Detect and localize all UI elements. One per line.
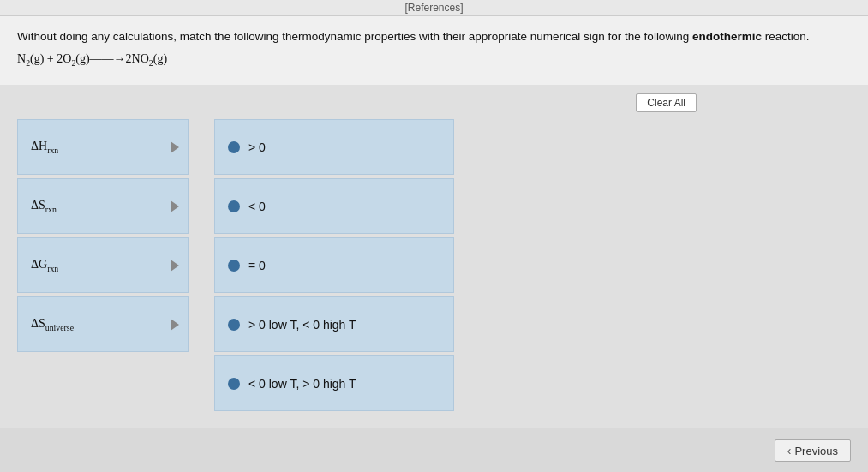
main-content: Clear All ΔHrxn ΔSrxn ΔGrxn bbox=[0, 85, 868, 428]
dot-gt0 bbox=[228, 141, 240, 153]
drag-arrow-delta-s-univ bbox=[171, 319, 179, 331]
drag-arrow-delta-s bbox=[171, 200, 179, 212]
question-area: Without doing any calculations, match th… bbox=[0, 16, 868, 85]
drop-target-gt0-label: > 0 bbox=[248, 140, 266, 154]
clear-all-row: Clear All bbox=[17, 93, 851, 112]
drag-item-delta-g[interactable]: ΔGrxn bbox=[17, 237, 189, 293]
right-column: > 0 < 0 = 0 > 0 low T, < 0 high T < 0 lo… bbox=[214, 119, 454, 411]
dot-gt0low-lt0high bbox=[228, 319, 240, 331]
top-bar: [References] bbox=[0, 0, 868, 16]
drag-item-delta-g-label: ΔGrxn bbox=[31, 258, 58, 273]
left-column: ΔHrxn ΔSrxn ΔGrxn ΔSuniverse bbox=[17, 119, 189, 352]
drop-target-eq0[interactable]: = 0 bbox=[214, 237, 454, 293]
drag-item-delta-h[interactable]: ΔHrxn bbox=[17, 119, 189, 175]
references-label: [References] bbox=[404, 2, 463, 14]
chevron-left-icon: ‹ bbox=[787, 444, 792, 457]
drop-target-lt0[interactable]: < 0 bbox=[214, 178, 454, 234]
drag-item-delta-h-label: ΔHrxn bbox=[31, 140, 58, 155]
dot-lt0 bbox=[228, 200, 240, 212]
question-text: Without doing any calculations, match th… bbox=[17, 28, 851, 45]
drop-target-lt0-label: < 0 bbox=[248, 200, 266, 213]
drag-item-delta-s-univ-label: ΔSuniverse bbox=[31, 317, 74, 332]
dot-eq0 bbox=[228, 260, 240, 272]
drop-target-gt0[interactable]: > 0 bbox=[214, 119, 454, 175]
drag-arrow-delta-g bbox=[171, 260, 179, 272]
drop-target-gt0low-lt0high[interactable]: > 0 low T, < 0 high T bbox=[214, 296, 454, 352]
drag-drop-area: ΔHrxn ΔSrxn ΔGrxn ΔSuniverse bbox=[17, 119, 851, 411]
dot-lt0low-gt0high bbox=[228, 378, 240, 390]
previous-label: Previous bbox=[794, 445, 838, 457]
drop-target-lt0low-gt0high[interactable]: < 0 low T, > 0 high T bbox=[214, 355, 454, 411]
clear-all-button[interactable]: Clear All bbox=[636, 93, 697, 112]
drop-target-gt0low-lt0high-label: > 0 low T, < 0 high T bbox=[248, 318, 356, 332]
drop-target-eq0-label: = 0 bbox=[248, 259, 266, 272]
reaction-text: N2(g) + 2O2(g)——→2NO2(g) bbox=[17, 52, 851, 68]
drag-arrow-delta-h bbox=[171, 141, 179, 153]
previous-button[interactable]: ‹ Previous bbox=[775, 439, 851, 462]
drag-item-delta-s-univ[interactable]: ΔSuniverse bbox=[17, 296, 189, 352]
emphasis-text: endothermic bbox=[692, 30, 762, 43]
drag-item-delta-s-label: ΔSrxn bbox=[31, 199, 57, 214]
drop-target-lt0low-gt0high-label: < 0 low T, > 0 high T bbox=[248, 377, 356, 391]
drag-item-delta-s[interactable]: ΔSrxn bbox=[17, 178, 189, 234]
